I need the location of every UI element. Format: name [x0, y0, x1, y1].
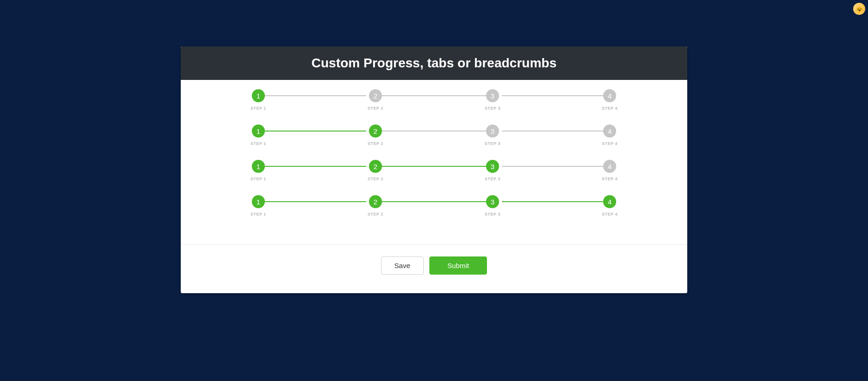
step-label: STEP 4	[602, 212, 618, 217]
step-label: STEP 3	[485, 177, 500, 181]
step-label: STEP 1	[250, 141, 266, 146]
step-circle: 2	[369, 195, 382, 208]
progress-step[interactable]: 2STEP 2	[368, 160, 383, 181]
save-button[interactable]: Save	[381, 256, 424, 275]
progress-row: 1STEP 12STEP 23STEP 34STEP 4	[250, 125, 618, 146]
progress-step[interactable]: 4STEP 4	[602, 160, 618, 181]
progress-step[interactable]: 1STEP 1	[250, 89, 266, 111]
step-label: STEP 3	[485, 141, 500, 146]
connector	[257, 95, 366, 96]
step-circle: 3	[486, 195, 499, 208]
step-circle: 3	[486, 125, 499, 138]
progress-step[interactable]: 2STEP 2	[368, 195, 383, 217]
connector	[502, 166, 611, 167]
step-label: STEP 3	[485, 212, 500, 217]
progress-row: 1STEP 12STEP 23STEP 34STEP 4	[250, 160, 618, 181]
step-circle: 3	[486, 160, 499, 173]
card-footer: Save Submit	[181, 244, 687, 293]
step-circle: 2	[369, 89, 382, 102]
step-label: STEP 2	[368, 141, 383, 146]
progress-step[interactable]: 2STEP 2	[368, 89, 383, 111]
progress-step[interactable]: 3STEP 3	[485, 195, 500, 217]
connector	[257, 201, 366, 202]
progress-row: 1STEP 12STEP 23STEP 34STEP 4	[250, 195, 618, 217]
connector	[257, 166, 366, 167]
step-circle: 4	[603, 125, 616, 138]
card-body: 1STEP 12STEP 23STEP 34STEP 41STEP 12STEP…	[181, 80, 687, 244]
step-circle: 4	[603, 195, 616, 208]
progress-step[interactable]: 4STEP 4	[602, 125, 618, 146]
progress-step[interactable]: 4STEP 4	[602, 89, 618, 111]
card-title: Custom Progress, tabs or breadcrumbs	[181, 56, 687, 71]
step-label: STEP 4	[602, 106, 618, 111]
step-label: STEP 1	[250, 106, 266, 111]
step-circle: 3	[486, 89, 499, 102]
step-label: STEP 1	[250, 212, 266, 217]
step-circle: 1	[252, 125, 265, 138]
step-circle: 1	[252, 89, 265, 102]
progress-row: 1STEP 12STEP 23STEP 34STEP 4	[250, 89, 618, 111]
connector	[502, 95, 611, 96]
progress-step[interactable]: 3STEP 3	[485, 89, 500, 111]
step-label: STEP 2	[368, 106, 383, 111]
page-container: Custom Progress, tabs or breadcrumbs 1ST…	[0, 0, 868, 293]
step-label: STEP 1	[250, 177, 266, 181]
connector	[502, 131, 611, 131]
step-label: STEP 2	[368, 177, 383, 181]
connector	[257, 131, 366, 131]
progress-step[interactable]: 1STEP 1	[250, 160, 266, 181]
user-avatar[interactable]: 😺	[853, 3, 865, 15]
step-label: STEP 4	[602, 177, 618, 181]
step-circle: 4	[603, 160, 616, 173]
step-label: STEP 3	[485, 106, 500, 111]
connector	[379, 95, 488, 96]
connector	[379, 201, 488, 202]
step-label: STEP 4	[602, 141, 618, 146]
step-circle: 2	[369, 160, 382, 173]
card-header: Custom Progress, tabs or breadcrumbs	[181, 46, 687, 80]
progress-step[interactable]: 2STEP 2	[368, 125, 383, 146]
step-circle: 4	[603, 89, 616, 102]
progress-step[interactable]: 4STEP 4	[602, 195, 618, 217]
progress-card: Custom Progress, tabs or breadcrumbs 1ST…	[181, 46, 687, 293]
step-circle: 2	[369, 125, 382, 138]
progress-step[interactable]: 1STEP 1	[250, 125, 266, 146]
step-label: STEP 2	[368, 212, 383, 217]
connector	[502, 201, 611, 202]
progress-step[interactable]: 3STEP 3	[485, 125, 500, 146]
connector	[379, 166, 488, 167]
step-circle: 1	[252, 160, 265, 173]
submit-button[interactable]: Submit	[429, 256, 487, 275]
connector	[379, 131, 488, 131]
progress-step[interactable]: 3STEP 3	[485, 160, 500, 181]
progress-step[interactable]: 1STEP 1	[250, 195, 266, 217]
step-circle: 1	[252, 195, 265, 208]
